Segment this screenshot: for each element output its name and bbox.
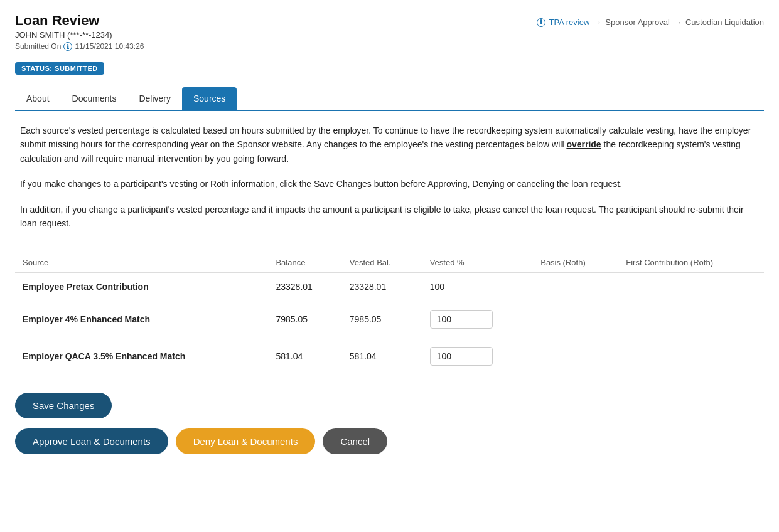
info-icon[interactable]: ℹ	[63, 42, 72, 51]
col-first-contribution-roth: First Contribution (Roth)	[618, 253, 764, 273]
header-subtitle: JOHN SMITH (***-**-1234)	[15, 30, 144, 40]
col-vested-bal: Vested Bal.	[342, 253, 422, 273]
col-balance: Balance	[268, 253, 341, 273]
cell-vested-pct-0: 100	[422, 273, 534, 301]
cell-balance-2: 581.04	[268, 338, 341, 375]
tab-sources[interactable]: Sources	[182, 87, 237, 110]
deny-loan-button[interactable]: Deny Loan & Documents	[176, 428, 316, 454]
submitted-info: Submitted On ℹ 11/15/2021 10:43:26	[15, 42, 144, 51]
custodian-liquidation-label: Custodian Liquidation	[685, 18, 764, 27]
cell-balance-0: 23328.01	[268, 273, 341, 301]
info-paragraph-3: In addition, if you change a participant…	[20, 203, 759, 231]
page-title: Loan Review	[15, 13, 144, 29]
cell-first-contribution-roth-1	[618, 301, 764, 338]
cell-balance-1: 7985.05	[268, 301, 341, 338]
cell-vested-bal-2: 581.04	[342, 338, 422, 375]
cell-vested-bal-0: 23328.01	[342, 273, 422, 301]
vested-pct-input-2[interactable]	[430, 347, 493, 366]
cell-vested-bal-1: 7985.05	[342, 301, 422, 338]
cell-basis-roth-1	[533, 301, 618, 338]
tab-documents[interactable]: Documents	[61, 87, 128, 110]
action-buttons-row: Approve Loan & Documents Deny Loan & Doc…	[15, 428, 764, 454]
cell-first-contribution-roth-2	[618, 338, 764, 375]
cell-source-1: Employer 4% Enhanced Match	[15, 301, 268, 338]
info-paragraph-2: If you make changes to a participant's v…	[20, 177, 759, 191]
approve-loan-button[interactable]: Approve Loan & Documents	[15, 428, 168, 454]
cell-first-contribution-roth-0	[618, 273, 764, 301]
tpa-review-link[interactable]: TPA review	[549, 18, 590, 27]
cell-basis-roth-2	[533, 338, 618, 375]
info-section: Each source's vested percentage is calcu…	[15, 111, 764, 243]
tab-bar: About Documents Delivery Sources	[15, 87, 764, 111]
col-vested-pct: Vested %	[422, 253, 534, 273]
table-row: Employer 4% Enhanced Match7985.057985.05	[15, 301, 764, 338]
cell-basis-roth-0	[533, 273, 618, 301]
workflow-steps: ℹ TPA review → Sponsor Approval → Custod…	[537, 18, 764, 27]
override-link[interactable]: override	[566, 139, 601, 149]
table-header-row: Source Balance Vested Bal. Vested % Basi…	[15, 253, 764, 273]
header-left: Loan Review JOHN SMITH (***-**-1234) Sub…	[15, 13, 144, 51]
cell-vested-pct-1[interactable]	[422, 301, 534, 338]
col-basis-roth: Basis (Roth)	[533, 253, 618, 273]
tab-about[interactable]: About	[15, 87, 61, 110]
submitted-date: 11/15/2021 10:43:26	[75, 42, 144, 51]
col-source: Source	[15, 253, 268, 273]
table-row: Employer QACA 3.5% Enhanced Match581.045…	[15, 338, 764, 375]
sponsor-approval-label: Sponsor Approval	[605, 18, 670, 27]
vested-pct-input-1[interactable]	[430, 310, 493, 329]
arrow-icon-2: →	[674, 18, 682, 27]
cell-vested-pct-2[interactable]	[422, 338, 534, 375]
arrow-icon-1: →	[593, 18, 601, 27]
status-badge: STATUS: SUBMITTED	[15, 62, 104, 75]
tab-delivery[interactable]: Delivery	[127, 87, 182, 110]
info-paragraph-1: Each source's vested percentage is calcu…	[20, 124, 759, 166]
submitted-label: Submitted On	[15, 42, 61, 51]
sources-table: Source Balance Vested Bal. Vested % Basi…	[15, 253, 764, 375]
cell-source-0: Employee Pretax Contribution	[15, 273, 268, 301]
table-row: Employee Pretax Contribution23328.012332…	[15, 273, 764, 301]
cell-source-2: Employer QACA 3.5% Enhanced Match	[15, 338, 268, 375]
page-header: Loan Review JOHN SMITH (***-**-1234) Sub…	[15, 13, 764, 51]
save-changes-button[interactable]: Save Changes	[15, 393, 112, 418]
save-row: Save Changes	[15, 393, 764, 418]
cancel-button[interactable]: Cancel	[323, 428, 387, 454]
workflow-info-icon[interactable]: ℹ	[537, 18, 545, 27]
